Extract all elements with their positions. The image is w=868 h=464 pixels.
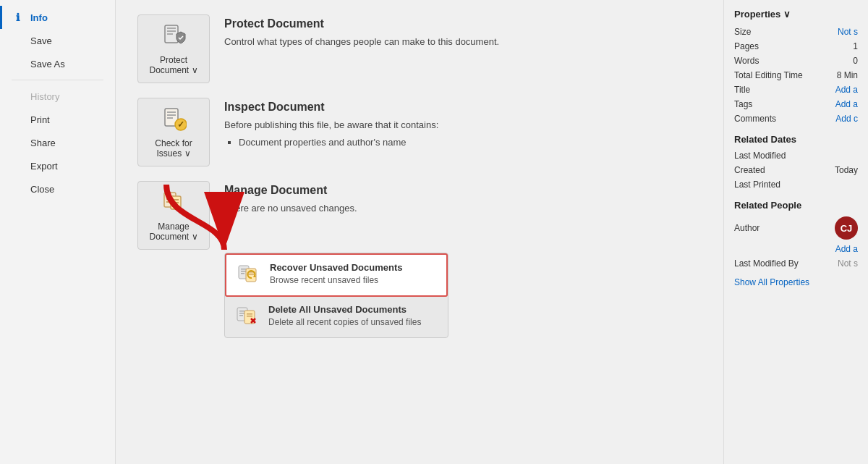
prop-size: Size Not s (734, 27, 858, 37)
manage-desc: There are no unsaved changes. (224, 201, 702, 216)
prop-words-value: 0 (853, 56, 858, 66)
inspect-bullets: Document properties and author's name (239, 135, 702, 150)
prop-author-add: Add a (734, 244, 858, 254)
prop-author-label: Author (734, 223, 760, 233)
manage-document-button[interactable]: ManageDocument ∨ (137, 181, 210, 250)
sidebar-item-info[interactable]: ℹ Info (0, 6, 115, 29)
manage-document-icon (161, 189, 187, 217)
prop-author-add-value[interactable]: Add a (835, 244, 858, 254)
recover-unsaved-icon (237, 262, 263, 288)
sidebar-item-save[interactable]: Save (0, 29, 115, 52)
svg-text:✓: ✓ (177, 119, 184, 130)
prop-editing-time-label: Total Editing Time (734, 70, 803, 80)
prop-size-label: Size (734, 27, 751, 37)
svg-rect-22 (241, 273, 244, 274)
recover-unsaved-title: Recover Unsaved Documents (270, 262, 436, 273)
prop-pages: Pages 1 (734, 41, 858, 51)
sidebar-item-print[interactable]: Print (0, 108, 115, 131)
share-icon (12, 137, 23, 148)
svg-rect-17 (173, 205, 176, 206)
prop-pages-value: 1 (853, 41, 858, 51)
prop-pages-label: Pages (734, 41, 759, 51)
prop-size-value: Not s (838, 27, 858, 37)
prop-words-label: Words (734, 56, 759, 66)
show-all-properties-link[interactable]: Show All Properties (734, 277, 809, 287)
svg-rect-1 (167, 28, 176, 29)
prop-comments-label: Comments (734, 114, 776, 124)
inspect-bullet-1: Document properties and author's name (239, 135, 702, 150)
manage-section: ManageDocument ∨ Manage Document There a… (137, 181, 702, 338)
protect-title: Protect Document (224, 17, 702, 30)
protect-document-button[interactable]: ProtectDocument ∨ (137, 14, 210, 83)
manage-title: Manage Document (224, 184, 702, 197)
sidebar-item-export[interactable]: Export (0, 154, 115, 177)
protect-text: Protect Document Control what types of c… (224, 14, 702, 49)
properties-title: Properties ∨ (734, 9, 858, 20)
delete-unsaved-desc: Delete all recent copies of unsaved file… (268, 316, 438, 329)
prop-tags-value: Add a (835, 99, 858, 109)
recover-unsaved-desc: Browse recent unsaved files (270, 274, 436, 287)
save-as-icon (12, 58, 23, 69)
svg-rect-25 (248, 274, 254, 275)
prop-title-value: Add a (835, 85, 858, 95)
svg-rect-15 (173, 199, 179, 201)
sidebar-item-save-as[interactable]: Save As (0, 52, 115, 75)
main-content: ProtectDocument ∨ Protect Document Contr… (116, 0, 723, 464)
prop-comments: Comments Add c (734, 114, 858, 124)
svg-rect-7 (167, 117, 173, 119)
info-icon: ℹ (12, 12, 23, 23)
close-icon (12, 183, 23, 195)
sidebar-divider-1 (12, 80, 103, 80)
delete-unsaved-title: Delete All Unsaved Documents (268, 304, 438, 315)
recover-unsaved-text: Recover Unsaved Documents Browse recent … (270, 262, 436, 287)
prop-last-modified-label: Last Modified (734, 151, 786, 161)
inspect-text: Inspect Document Before publishing this … (224, 98, 702, 149)
delete-unsaved-icon (235, 304, 261, 330)
prop-tags: Tags Add a (734, 99, 858, 109)
svg-rect-32 (247, 313, 252, 315)
inspect-title: Inspect Document (224, 101, 702, 114)
protect-section: ProtectDocument ∨ Protect Document Contr… (137, 14, 702, 83)
properties-panel: Properties ∨ Size Not s Pages 1 Words 0 … (723, 0, 868, 464)
manage-dropdown-container: Recover Unsaved Documents Browse recent … (137, 250, 702, 338)
manage-text: Manage Document There are no unsaved cha… (224, 181, 702, 216)
history-icon (12, 90, 23, 102)
save-icon (12, 35, 23, 46)
delete-unsaved-item[interactable]: Delete All Unsaved Documents Delete all … (225, 297, 448, 337)
svg-rect-33 (247, 316, 252, 317)
print-icon (12, 114, 23, 125)
prop-last-modified-by-label: Last Modified By (734, 258, 799, 269)
prop-last-printed: Last Printed (734, 180, 858, 190)
prop-words: Words 0 (734, 56, 858, 66)
inspect-section: ✓ Check forIssues ∨ Inspect Document Bef… (137, 98, 702, 166)
check-for-issues-icon: ✓ (161, 106, 187, 134)
svg-rect-13 (166, 201, 171, 203)
recover-unsaved-item[interactable]: Recover Unsaved Documents Browse recent … (225, 253, 448, 297)
sidebar-item-close[interactable]: Close (0, 177, 115, 201)
prop-author: Author CJ (734, 216, 858, 240)
svg-rect-30 (239, 315, 243, 316)
svg-rect-5 (167, 111, 176, 113)
related-people-heading: Related People (734, 200, 858, 211)
delete-unsaved-text: Delete All Unsaved Documents Delete all … (268, 304, 438, 329)
sidebar-item-share[interactable]: Share (0, 131, 115, 154)
protect-document-icon (161, 22, 187, 51)
svg-rect-3 (167, 33, 173, 35)
check-for-issues-label: Check forIssues ∨ (155, 138, 192, 159)
prop-last-modified-by: Last Modified By Not s (734, 258, 858, 269)
author-avatar: CJ (835, 216, 858, 240)
prop-title: Title Add a (734, 85, 858, 95)
manage-dropdown: Recover Unsaved Documents Browse recent … (224, 253, 448, 338)
prop-created-label: Created (734, 165, 765, 175)
protect-document-label: ProtectDocument ∨ (149, 55, 197, 75)
prop-created-value: Today (835, 165, 858, 175)
protect-desc: Control what types of changes people can… (224, 35, 702, 49)
sidebar: ℹ Info Save Save As History Print Share … (0, 0, 116, 464)
sidebar-item-history: History (0, 85, 115, 108)
check-for-issues-button[interactable]: ✓ Check forIssues ∨ (137, 98, 210, 166)
prop-editing-time: Total Editing Time 8 Min (734, 70, 858, 80)
svg-rect-16 (173, 202, 179, 203)
svg-rect-2 (167, 30, 176, 32)
inspect-desc: Before publishing this file, be aware th… (224, 118, 702, 149)
related-dates-heading: Related Dates (734, 134, 858, 145)
